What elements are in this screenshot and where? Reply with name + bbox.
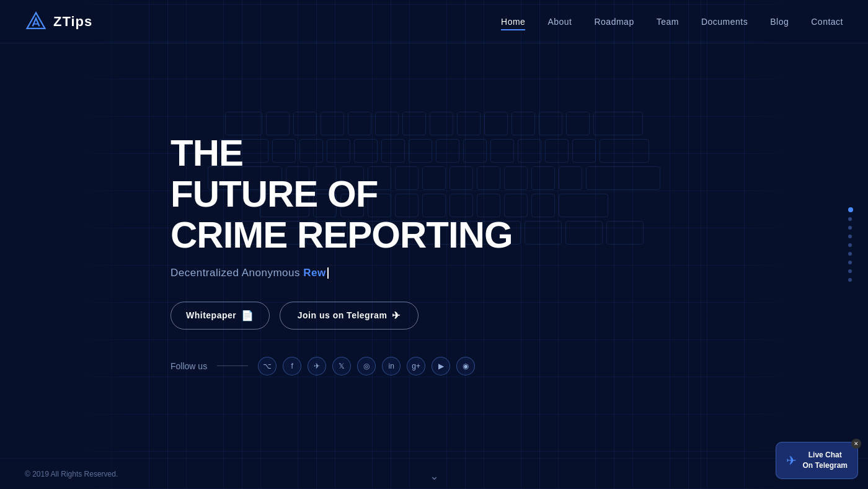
nav-dot-4[interactable] — [848, 235, 852, 238]
reddit-icon[interactable]: ◉ — [456, 357, 475, 375]
nav-dot-6[interactable] — [848, 252, 852, 256]
nav-link-contact[interactable]: Contact — [811, 17, 843, 29]
logo-text: ZTips — [53, 14, 92, 30]
nav-link-documents[interactable]: Documents — [701, 17, 748, 29]
telegram-button[interactable]: Join us on Telegram ✈ — [280, 302, 418, 330]
nav-link-roadmap[interactable]: Roadmap — [594, 17, 634, 29]
live-chat-line2: On Telegram — [803, 460, 848, 471]
telegram-small-icon[interactable]: ✈ — [308, 357, 326, 375]
follow-label: Follow us — [170, 361, 207, 371]
nav-dot-9[interactable] — [848, 278, 852, 282]
twitter-icon[interactable]: 𝕏 — [332, 357, 351, 375]
live-chat-text: Live Chat On Telegram — [803, 450, 848, 471]
nav-dot-1[interactable] — [848, 207, 853, 212]
nav-dot-2[interactable] — [848, 217, 852, 221]
facebook-icon[interactable]: f — [283, 357, 301, 375]
nav-link-team[interactable]: Team — [657, 17, 679, 29]
cta-buttons: Whitepaper 📄 Join us on Telegram ✈ — [170, 302, 698, 330]
github-icon[interactable]: ⌥ — [258, 357, 277, 375]
nav-dots — [848, 207, 853, 282]
hero-subtitle: Decentralized Anonymous Rew — [170, 267, 698, 279]
whitepaper-button[interactable]: Whitepaper 📄 — [170, 302, 270, 330]
scroll-down-button[interactable]: ⌄ — [430, 469, 439, 483]
live-chat-widget[interactable]: ✕ ✈ Live Chat On Telegram — [776, 442, 858, 479]
follow-section: Follow us ⌥f✈𝕏◎ing+▶◉ — [170, 357, 698, 375]
follow-divider — [217, 366, 248, 366]
nav-link-about[interactable]: About — [547, 17, 572, 29]
nav-dot-5[interactable] — [848, 243, 852, 247]
hero-line2: Future Of — [170, 174, 698, 215]
footer: © 2019 All Rights Reserved. ⌄ — [0, 458, 868, 489]
chevron-down-icon: ⌄ — [430, 469, 439, 483]
nav-links: HomeAboutRoadmapTeamDocumentsBlogContact — [501, 16, 843, 27]
social-icons: ⌥f✈𝕏◎ing+▶◉ — [258, 357, 475, 375]
hero-line3: Crime Reporting — [170, 215, 698, 256]
text-cursor — [327, 267, 329, 279]
nav-link-home[interactable]: Home — [501, 17, 525, 30]
logo[interactable]: ZTips — [25, 11, 92, 33]
logo-icon — [25, 11, 47, 33]
hero-title: The Future Of Crime Reporting — [170, 133, 698, 256]
document-icon: 📄 — [241, 310, 254, 321]
nav-dot-3[interactable] — [848, 226, 852, 230]
live-chat-line1: Live Chat — [803, 450, 848, 460]
nav-dot-7[interactable] — [848, 261, 852, 264]
subtitle-prefix: Decentralized Anonymous — [170, 267, 303, 279]
youtube-icon[interactable]: ▶ — [432, 357, 450, 375]
subtitle-highlight: Rew — [303, 267, 326, 279]
navbar: ZTips HomeAboutRoadmapTeamDocumentsBlogC… — [0, 0, 868, 43]
linkedin-icon[interactable]: in — [382, 357, 401, 375]
instagram-icon[interactable]: ◎ — [357, 357, 376, 375]
nav-link-blog[interactable]: Blog — [770, 17, 789, 29]
whitepaper-label: Whitepaper — [186, 310, 236, 320]
svg-marker-0 — [27, 12, 45, 28]
telegram-label: Join us on Telegram — [298, 310, 388, 320]
google-plus-icon[interactable]: g+ — [407, 357, 425, 375]
telegram-chat-icon: ✈ — [786, 453, 797, 468]
nav-dot-8[interactable] — [848, 269, 852, 273]
hero-line1: The — [170, 133, 698, 174]
main-content: The Future Of Crime Reporting Decentrali… — [0, 0, 868, 489]
footer-copyright: © 2019 All Rights Reserved. — [25, 470, 118, 478]
telegram-send-icon: ✈ — [392, 310, 401, 321]
